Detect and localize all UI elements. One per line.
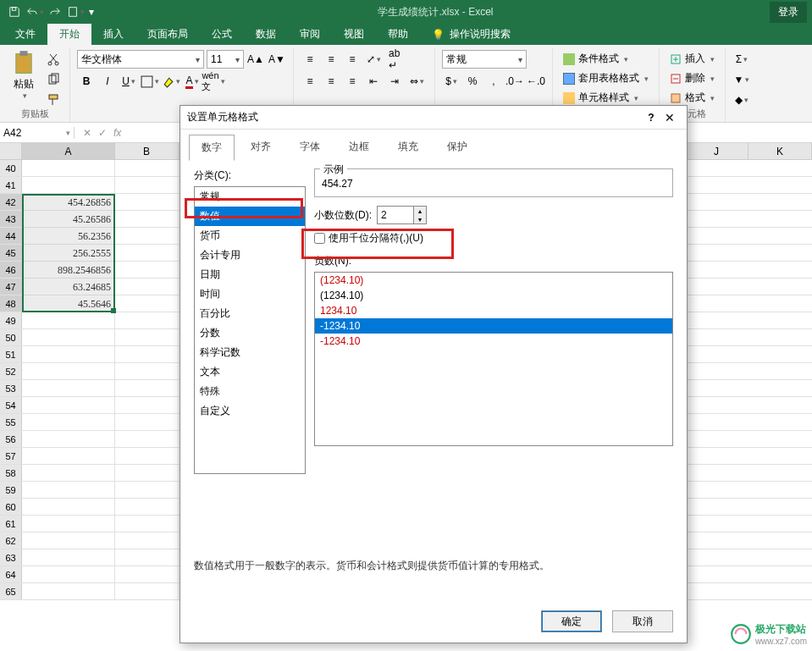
cell[interactable]: [115, 482, 179, 498]
cell[interactable]: [115, 177, 179, 193]
align-bottom-icon[interactable]: ≡: [343, 50, 362, 69]
row-header[interactable]: 43: [0, 211, 22, 227]
row-header[interactable]: 47: [0, 279, 22, 295]
align-left-icon[interactable]: ≡: [301, 72, 319, 91]
row-header[interactable]: 62: [0, 532, 22, 549]
cell[interactable]: [22, 583, 115, 599]
category-item[interactable]: 数值: [195, 207, 305, 226]
row-header[interactable]: 41: [0, 177, 22, 193]
paste-button[interactable]: 粘贴▾: [7, 50, 41, 110]
cell[interactable]: 256.2555: [22, 245, 115, 261]
cell[interactable]: [22, 482, 115, 498]
cell[interactable]: [115, 160, 179, 176]
row-header[interactable]: 40: [0, 160, 22, 176]
enter-formula-icon[interactable]: ✓: [98, 127, 107, 139]
cell[interactable]: [115, 380, 179, 396]
dlg-tab-fill[interactable]: 填充: [385, 134, 431, 160]
cell[interactable]: [115, 448, 179, 464]
tab-home[interactable]: 开始: [47, 24, 91, 45]
category-item[interactable]: 会计专用: [195, 246, 305, 265]
tab-file[interactable]: 文件: [3, 24, 47, 45]
row-header[interactable]: 49: [0, 312, 22, 328]
row-header[interactable]: 45: [0, 245, 22, 261]
align-middle-icon[interactable]: ≡: [322, 50, 340, 69]
category-item[interactable]: 时间: [195, 284, 305, 304]
negative-item[interactable]: (1234.10): [315, 273, 672, 288]
insert-cells-button[interactable]: 插入▾: [666, 50, 718, 68]
cell[interactable]: [22, 499, 115, 515]
category-item[interactable]: 日期: [195, 265, 305, 284]
dlg-tab-align[interactable]: 对齐: [238, 134, 284, 160]
phonetic-icon[interactable]: wén文▾: [204, 72, 223, 91]
redo-icon[interactable]: [46, 3, 64, 21]
cell[interactable]: [22, 448, 115, 464]
cell[interactable]: [22, 160, 115, 176]
category-item[interactable]: 自定义: [195, 401, 305, 421]
conditional-format-button[interactable]: 条件格式▾: [560, 50, 652, 68]
cell[interactable]: [22, 363, 115, 379]
category-item[interactable]: 分数: [195, 323, 305, 343]
negative-item[interactable]: -1234.10: [315, 334, 672, 349]
row-header[interactable]: 65: [0, 583, 22, 599]
autosum-icon[interactable]: Σ▾: [732, 50, 751, 69]
ok-button[interactable]: 确定: [541, 610, 602, 632]
tab-view[interactable]: 视图: [332, 24, 376, 45]
decimals-spinner[interactable]: ▲ ▼: [377, 206, 427, 224]
cell[interactable]: [115, 532, 179, 549]
cancel-button[interactable]: 取消: [612, 610, 673, 632]
row-header[interactable]: 64: [0, 566, 22, 582]
cell-styles-button[interactable]: 单元格样式▾: [560, 89, 652, 107]
cell[interactable]: [115, 329, 179, 345]
dec-decimal-icon[interactable]: ←.0: [527, 72, 545, 91]
category-list[interactable]: 常规数值货币会计专用日期时间百分比分数科学记数文本特殊自定义: [194, 186, 306, 474]
cell[interactable]: 898.2546856: [22, 262, 115, 278]
cell[interactable]: [115, 583, 179, 599]
dlg-tab-font[interactable]: 字体: [287, 134, 333, 160]
category-item[interactable]: 科学记数: [195, 343, 305, 362]
font-color-icon[interactable]: A▾: [183, 72, 202, 91]
cell[interactable]: [115, 194, 179, 210]
cell[interactable]: 45.5646: [22, 295, 115, 312]
align-center-icon[interactable]: ≡: [322, 72, 340, 91]
name-box[interactable]: A42: [0, 127, 75, 139]
print-preview-icon[interactable]: ▾: [66, 3, 85, 21]
cell[interactable]: [22, 380, 115, 396]
category-item[interactable]: 百分比: [195, 304, 305, 323]
cell[interactable]: [22, 312, 115, 328]
row-header[interactable]: 55: [0, 414, 22, 430]
col-header-A[interactable]: A: [22, 143, 115, 159]
spin-down-icon[interactable]: ▼: [414, 215, 426, 223]
dlg-tab-border[interactable]: 边框: [336, 134, 382, 160]
row-header[interactable]: 46: [0, 262, 22, 278]
fill-color-icon[interactable]: ▾: [162, 72, 180, 91]
dlg-tab-number[interactable]: 数字: [189, 135, 235, 161]
tab-help[interactable]: 帮助: [376, 24, 420, 45]
cell[interactable]: [115, 262, 179, 278]
clear-icon[interactable]: ◆▾: [732, 91, 751, 109]
login-button[interactable]: 登录: [770, 2, 807, 23]
increase-font-icon[interactable]: A▲: [246, 50, 265, 69]
cell[interactable]: [115, 566, 179, 582]
help-icon[interactable]: ?: [643, 112, 660, 124]
cell[interactable]: 45.26586: [22, 211, 115, 227]
cell[interactable]: [115, 363, 179, 379]
cell[interactable]: [22, 177, 115, 193]
underline-button[interactable]: U▾: [119, 72, 138, 91]
tab-layout[interactable]: 页面布局: [135, 24, 200, 45]
cell[interactable]: [115, 414, 179, 430]
save-icon[interactable]: [5, 3, 24, 21]
category-item[interactable]: 特殊: [195, 382, 305, 401]
tell-me[interactable]: 💡操作说明搜索: [420, 24, 522, 45]
row-header[interactable]: 52: [0, 363, 22, 379]
cell[interactable]: [22, 431, 115, 447]
italic-button[interactable]: I: [98, 72, 117, 91]
border-icon[interactable]: ▾: [141, 72, 159, 91]
cell[interactable]: [22, 465, 115, 481]
cell[interactable]: [115, 465, 179, 481]
cell[interactable]: [115, 312, 179, 328]
row-header[interactable]: 59: [0, 482, 22, 498]
comma-icon[interactable]: ,: [484, 72, 503, 91]
select-all-corner[interactable]: [0, 143, 22, 159]
negative-item[interactable]: -1234.10: [315, 318, 672, 334]
cell[interactable]: [22, 516, 115, 532]
